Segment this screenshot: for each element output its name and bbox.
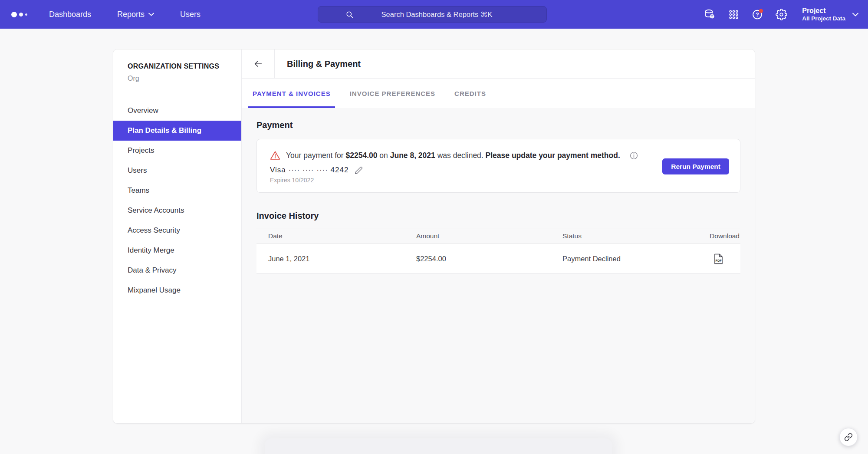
info-icon[interactable] [629, 151, 638, 160]
arrow-left-icon [253, 59, 263, 69]
invoice-history-section: Invoice History Date Amount Status Downl… [256, 211, 740, 274]
edit-card-icon[interactable] [355, 166, 363, 174]
settings-sidebar: ORGANIZATION SETTINGS Org Overview Plan … [113, 49, 242, 423]
sidebar-item-users[interactable]: Users [113, 161, 241, 181]
rerun-payment-button[interactable]: Rerun Payment [662, 158, 729, 174]
column-date: Date [256, 232, 416, 240]
tabs: PAYMENT & INVOICES INVOICE PREFERENCES C… [242, 79, 755, 108]
sidebar-item-data-privacy[interactable]: Data & Privacy [113, 260, 241, 280]
data-management-icon[interactable] [704, 9, 716, 20]
chevron-down-icon [852, 13, 858, 16]
project-label: Project [802, 7, 845, 15]
nav-item-label: Users [180, 10, 201, 19]
nav-links: Dashboards Reports Users [49, 10, 201, 19]
nav-item-label: Reports [117, 10, 145, 19]
sidebar-item-identity-merge[interactable]: Identity Merge [113, 240, 241, 260]
bottom-sheet-shadow [265, 438, 612, 454]
tab-invoice-preferences[interactable]: INVOICE PREFERENCES [345, 79, 440, 108]
sidebar-item-teams[interactable]: Teams [113, 181, 241, 201]
tab-payment-invoices[interactable]: PAYMENT & INVOICES [248, 79, 335, 108]
org-name: Org [128, 75, 241, 82]
svg-text:PDF: PDF [716, 259, 722, 262]
download-pdf-icon[interactable]: PDF [714, 253, 723, 264]
sidebar-item-projects[interactable]: Projects [113, 141, 241, 161]
svg-text:?: ? [756, 11, 759, 18]
nav-item-reports[interactable]: Reports [117, 10, 154, 19]
invoice-date: June 1, 2021 [256, 255, 416, 263]
nav-right-controls: ? Project All Project Data [704, 0, 858, 29]
column-amount: Amount [416, 232, 562, 240]
nav-item-users[interactable]: Users [180, 10, 201, 19]
project-value: All Project Data [802, 15, 845, 23]
warning-icon [270, 151, 280, 160]
search-input[interactable] [355, 10, 519, 19]
link-icon [844, 433, 853, 441]
settings-main: Billing & Payment PAYMENT & INVOICES INV… [242, 49, 755, 423]
sidebar-item-mixpanel-usage[interactable]: Mixpanel Usage [113, 280, 241, 300]
nav-item-dashboards[interactable]: Dashboards [49, 10, 91, 19]
page-title: Billing & Payment [275, 49, 361, 78]
invoice-row: June 1, 2021 $2254.00 Payment Declined P… [256, 244, 740, 274]
sidebar-item-plan-details-billing[interactable]: Plan Details & Billing [113, 121, 241, 141]
copy-link-button[interactable] [839, 428, 858, 446]
top-nav: Dashboards Reports Users [0, 0, 868, 29]
mixpanel-logo[interactable] [11, 12, 27, 17]
invoice-table: Date Amount Status Download June 1, 2021… [256, 228, 740, 274]
invoice-history-title: Invoice History [256, 211, 740, 221]
nav-item-label: Dashboards [49, 10, 91, 19]
column-status: Status [562, 232, 710, 240]
card-number-masked: Visa ···· ···· ···· 4242 [270, 166, 349, 174]
payment-section-title: Payment [256, 120, 740, 130]
tab-credits[interactable]: CREDITS [450, 79, 490, 108]
settings-gear-icon[interactable] [776, 9, 787, 20]
payment-card: Your payment for $2254.00 on June 8, 202… [256, 139, 740, 193]
help-icon[interactable]: ? [752, 9, 763, 20]
invoice-status: Payment Declined [562, 255, 710, 263]
sidebar-heading: ORGANIZATION SETTINGS [128, 63, 241, 70]
global-search[interactable] [318, 6, 547, 23]
project-selector[interactable]: Project All Project Data [802, 7, 858, 23]
column-download: Download [710, 232, 740, 240]
chevron-down-icon [148, 13, 154, 16]
apps-grid-icon[interactable] [728, 9, 740, 20]
tab-content: Payment Your payment for $2254.00 on Jun… [242, 108, 755, 424]
sidebar-item-overview[interactable]: Overview [113, 101, 241, 121]
alert-text: Your payment for $2254.00 on June 8, 202… [286, 151, 620, 160]
sidebar-item-service-accounts[interactable]: Service Accounts [113, 201, 241, 220]
page-header: Billing & Payment [242, 49, 755, 79]
card-expiry: Expires 10/2022 [270, 177, 740, 184]
sidebar-item-access-security[interactable]: Access Security [113, 220, 241, 240]
invoice-amount: $2254.00 [416, 255, 562, 263]
settings-card: ORGANIZATION SETTINGS Org Overview Plan … [113, 49, 755, 424]
search-icon [345, 10, 354, 19]
invoice-table-header: Date Amount Status Download [256, 228, 740, 244]
sidebar-menu: Overview Plan Details & Billing Projects… [113, 101, 241, 300]
back-button[interactable] [242, 49, 275, 78]
